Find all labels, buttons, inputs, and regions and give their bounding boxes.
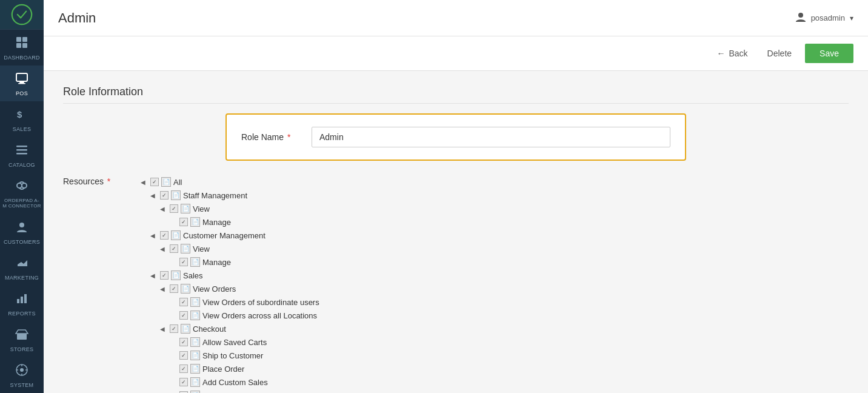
sidebar-item-stores-label: STORES [10,346,34,352]
user-dropdown-icon[interactable]: ▾ [850,14,853,22]
tree-checkbox-place-order[interactable]: ✓ [179,364,188,373]
sidebar-item-stores[interactable]: STORES [0,321,44,357]
sidebar-item-dashboard[interactable]: DASHBOARD [0,30,44,66]
orderpad-icon [15,179,28,195]
tree-checkbox-customer-management[interactable]: ✓ [160,231,169,240]
tree-label-staff-manage: Manage [202,218,231,227]
svg-rect-16 [21,297,23,303]
tree-doc-ship-to-customer: 📄 [190,351,200,360]
tree-children-staff-management: ◀ ✓ 📄 View ✓ [148,202,609,229]
tree-toggle-staff-view[interactable]: ◀ [158,204,167,213]
tree-checkbox-view-orders-all-locations[interactable]: ✓ [179,311,188,320]
sidebar-item-sales[interactable]: $ SALES [0,101,44,137]
pos-icon [15,72,28,88]
tree-toggle-view-orders[interactable]: ◀ [158,284,167,294]
sidebar-item-pos-label: POS [16,90,28,96]
tree-node-staff-view: ◀ ✓ 📄 View ✓ [158,202,609,229]
tree-row-customer-management: ◀ ✓ 📄 Customer Management [148,229,609,242]
tree-checkbox-checkout[interactable]: ✓ [170,324,178,333]
tree-doc-staff-management: 📄 [171,190,181,200]
dashboard-icon [15,36,28,52]
tree-doc-customer-management: 📄 [171,230,181,240]
tree-children-sales: ◀ ✓ 📄 View Orders ✓ [148,282,609,393]
svg-rect-4 [22,43,27,48]
sidebar-item-marketing[interactable]: MARKETING [0,250,44,286]
sidebar-item-dashboard-label: DASHBOARD [4,55,40,61]
tree-toggle-all[interactable]: ◀ [138,177,148,187]
tree-label-add-custom-sales: Add Custom Sales [202,378,268,387]
required-indicator: * [285,132,290,142]
resources-label: Resources * [63,175,124,393]
sidebar-item-system[interactable]: SYSTEM [0,357,44,393]
role-name-label: Role Name * [241,132,302,142]
page-header: Admin posadmin ▾ [44,0,868,36]
content-area: Role Information Role Name * Resources *… [44,71,868,393]
sidebar-item-pos[interactable]: POS [0,66,44,101]
tree-checkbox-view-orders-subordinate[interactable]: ✓ [179,298,188,306]
tree-row-customer-view: ◀ ✓ 📄 View [158,242,609,255]
svg-rect-15 [17,299,19,303]
tree-row-all: ◀ ✓ 📄 All [138,175,609,189]
svg-rect-1 [16,37,21,42]
tree-node-checkout: ◀ ✓ 📄 Checkout ✓ [158,322,609,393]
page-title: Admin [58,10,96,26]
tree-checkbox-add-custom-sales[interactable]: ✓ [179,378,188,386]
tree-children-all: ◀ ✓ 📄 Staff Management ◀ ✓ [138,189,609,393]
tree-row-add-custom-sales: ✓ 📄 Add Custom Sales [167,375,609,389]
sidebar-item-system-label: SYSTEM [10,382,34,388]
tree-checkbox-staff-view[interactable]: ✓ [170,204,178,213]
tree-doc-add-custom-sales: 📄 [190,377,200,387]
stores-icon [15,328,28,344]
role-name-input[interactable] [312,127,670,147]
marketing-icon [15,256,28,272]
back-label: Back [729,49,747,58]
tree-label-customer-view: View [193,244,210,254]
sidebar-item-catalog[interactable]: CATALOG [0,137,44,173]
tree-checkbox-staff-manage[interactable]: ✓ [179,218,188,226]
svg-rect-11 [16,153,27,155]
tree-checkbox-allow-saved-carts[interactable]: ✓ [179,338,188,346]
section-title: Role Information [63,86,849,104]
resources-section: Resources * ◀ ✓ 📄 All ◀ [63,175,609,393]
tree-checkbox-staff-management[interactable]: ✓ [160,191,169,200]
tree-doc-view-orders: 📄 [181,284,190,294]
sidebar-item-reports[interactable]: REPORTS [0,286,44,321]
svg-rect-17 [24,294,27,303]
sidebar-item-customers-label: CUSTOMERS [4,239,40,245]
sidebar-item-orderpad[interactable]: ORDERPAD A-M CONNECTOR [0,173,44,214]
svg-rect-2 [22,37,27,42]
tree-toggle-sales[interactable]: ◀ [148,270,158,280]
tree-children-view-orders: ✓ 📄 View Orders of subordinate users ✓ 📄 [158,295,609,322]
tree-toggle-customer-view[interactable]: ◀ [158,244,167,254]
tree-checkbox-customer-manage[interactable]: ✓ [179,258,188,266]
tree-row-staff-view: ◀ ✓ 📄 View [158,202,609,215]
svg-point-12 [17,183,22,188]
save-button[interactable]: Save [805,44,853,63]
tree-row-staff-manage: ✓ 📄 Manage [167,215,609,229]
tree-row-place-order: ✓ 📄 Place Order [167,362,609,375]
tree-row-staff-management: ◀ ✓ 📄 Staff Management [148,189,609,202]
tree-toggle-checkout[interactable]: ◀ [158,324,167,334]
tree-doc-add-discounts: 📄 [190,391,200,393]
sidebar-item-customers[interactable]: CUSTOMERS [0,214,44,250]
tree-row-checkout: ◀ ✓ 📄 Checkout [158,322,609,335]
tree-doc-allow-saved-carts: 📄 [190,337,200,347]
customers-icon [15,220,28,237]
tree-label-view-orders-subordinate: View Orders of subordinate users [202,298,319,307]
tree-checkbox-ship-to-customer[interactable]: ✓ [179,351,188,360]
toolbar: ← Back Delete Save [44,36,868,71]
role-name-row: Role Name * [241,127,670,147]
tree-checkbox-sales[interactable]: ✓ [160,271,169,280]
tree-label-all: All [173,178,182,187]
tree-toggle-customer-management[interactable]: ◀ [148,230,158,240]
tree-doc-all: 📄 [161,177,171,187]
tree-row-allow-saved-carts: ✓ 📄 Allow Saved Carts [167,335,609,349]
tree-checkbox-all[interactable]: ✓ [150,178,159,186]
svg-point-0 [12,5,32,24]
svg-rect-19 [20,336,24,340]
delete-button[interactable]: Delete [761,45,798,62]
back-button[interactable]: ← Back [710,45,753,62]
tree-toggle-staff-management[interactable]: ◀ [148,190,158,200]
tree-checkbox-customer-view[interactable]: ✓ [170,244,178,253]
tree-checkbox-view-orders[interactable]: ✓ [170,284,178,293]
